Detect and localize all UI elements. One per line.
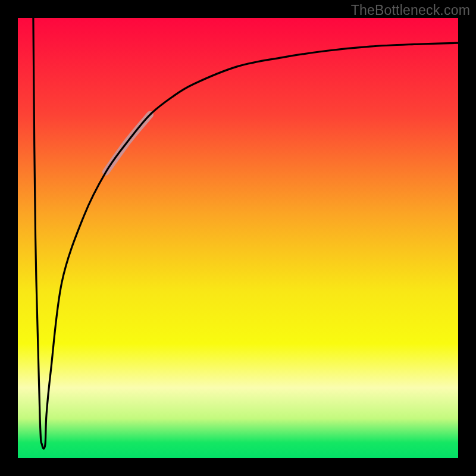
- chart-background: [18, 18, 458, 458]
- chart-container: TheBottleneck.com: [0, 0, 476, 476]
- watermark-text: TheBottleneck.com: [351, 2, 470, 18]
- bottleneck-chart: [0, 0, 476, 476]
